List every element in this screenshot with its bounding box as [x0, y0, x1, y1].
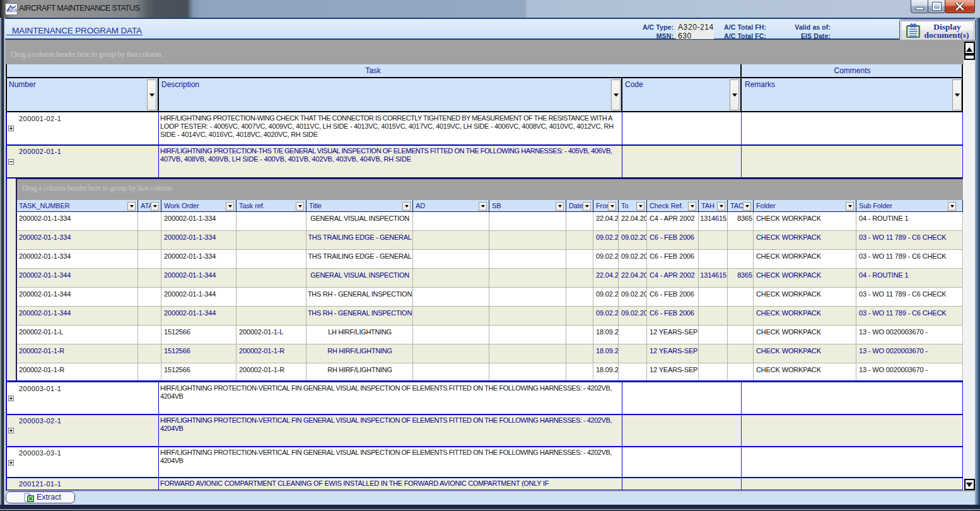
svg-text:ADS: ADS	[7, 8, 17, 13]
